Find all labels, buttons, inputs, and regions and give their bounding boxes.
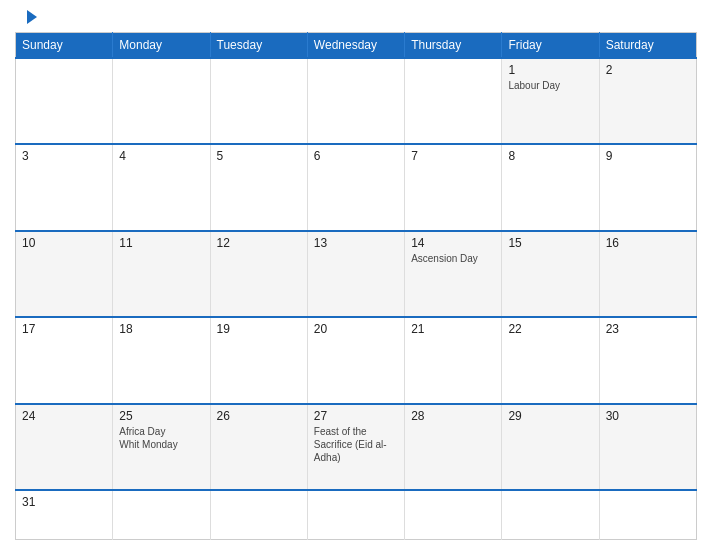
week-row-0: 1Labour Day2 <box>16 58 697 144</box>
day-number: 9 <box>606 149 690 163</box>
day-number: 14 <box>411 236 495 250</box>
calendar-cell: 13 <box>307 231 404 317</box>
day-number: 25 <box>119 409 203 423</box>
calendar-cell <box>502 490 599 539</box>
day-number: 23 <box>606 322 690 336</box>
calendar-cell <box>210 58 307 144</box>
holiday-label: Whit Monday <box>119 438 203 451</box>
day-number: 24 <box>22 409 106 423</box>
calendar-cell: 29 <box>502 404 599 490</box>
day-number: 7 <box>411 149 495 163</box>
calendar-cell: 18 <box>113 317 210 403</box>
header <box>15 10 697 24</box>
calendar-cell: 27Feast of the Sacrifice (Eid al-Adha) <box>307 404 404 490</box>
day-number: 11 <box>119 236 203 250</box>
calendar-table: SundayMondayTuesdayWednesdayThursdayFrid… <box>15 32 697 540</box>
calendar-cell: 21 <box>405 317 502 403</box>
calendar-cell <box>405 490 502 539</box>
week-row-1: 3456789 <box>16 144 697 230</box>
calendar-cell: 7 <box>405 144 502 230</box>
day-number: 21 <box>411 322 495 336</box>
day-number: 8 <box>508 149 592 163</box>
calendar-cell: 31 <box>16 490 113 539</box>
calendar-cell: 17 <box>16 317 113 403</box>
calendar-cell: 4 <box>113 144 210 230</box>
week-row-3: 17181920212223 <box>16 317 697 403</box>
calendar-cell: 26 <box>210 404 307 490</box>
day-number: 18 <box>119 322 203 336</box>
calendar-cell: 5 <box>210 144 307 230</box>
calendar-cell: 20 <box>307 317 404 403</box>
day-number: 15 <box>508 236 592 250</box>
day-number: 10 <box>22 236 106 250</box>
calendar-cell: 10 <box>16 231 113 317</box>
calendar-cell <box>113 58 210 144</box>
week-row-4: 2425Africa DayWhit Monday2627Feast of th… <box>16 404 697 490</box>
calendar-cell: 23 <box>599 317 696 403</box>
weekday-header-friday: Friday <box>502 33 599 59</box>
calendar-cell <box>210 490 307 539</box>
weekday-header-monday: Monday <box>113 33 210 59</box>
day-number: 27 <box>314 409 398 423</box>
day-number: 17 <box>22 322 106 336</box>
day-number: 4 <box>119 149 203 163</box>
calendar-page: SundayMondayTuesdayWednesdayThursdayFrid… <box>0 0 712 550</box>
calendar-cell: 1Labour Day <box>502 58 599 144</box>
calendar-cell: 28 <box>405 404 502 490</box>
day-number: 12 <box>217 236 301 250</box>
calendar-cell <box>405 58 502 144</box>
weekday-header-thursday: Thursday <box>405 33 502 59</box>
calendar-cell: 14Ascension Day <box>405 231 502 317</box>
calendar-cell: 30 <box>599 404 696 490</box>
holiday-label: Africa Day <box>119 425 203 438</box>
calendar-cell: 25Africa DayWhit Monday <box>113 404 210 490</box>
calendar-cell: 24 <box>16 404 113 490</box>
weekday-header-row: SundayMondayTuesdayWednesdayThursdayFrid… <box>16 33 697 59</box>
day-number: 26 <box>217 409 301 423</box>
calendar-cell <box>113 490 210 539</box>
day-number: 1 <box>508 63 592 77</box>
calendar-cell: 8 <box>502 144 599 230</box>
day-number: 19 <box>217 322 301 336</box>
calendar-cell <box>16 58 113 144</box>
calendar-cell: 22 <box>502 317 599 403</box>
holiday-label: Feast of the Sacrifice (Eid al-Adha) <box>314 425 398 464</box>
calendar-cell: 19 <box>210 317 307 403</box>
logo-flag-icon <box>17 10 37 24</box>
calendar-cell: 12 <box>210 231 307 317</box>
calendar-cell: 16 <box>599 231 696 317</box>
calendar-cell: 6 <box>307 144 404 230</box>
calendar-cell <box>307 58 404 144</box>
logo <box>15 10 37 24</box>
holiday-label: Labour Day <box>508 79 592 92</box>
day-number: 13 <box>314 236 398 250</box>
day-number: 16 <box>606 236 690 250</box>
day-number: 6 <box>314 149 398 163</box>
calendar-cell: 3 <box>16 144 113 230</box>
calendar-cell: 11 <box>113 231 210 317</box>
calendar-cell: 9 <box>599 144 696 230</box>
day-number: 22 <box>508 322 592 336</box>
week-row-5: 31 <box>16 490 697 539</box>
calendar-cell <box>599 490 696 539</box>
day-number: 3 <box>22 149 106 163</box>
weekday-header-saturday: Saturday <box>599 33 696 59</box>
day-number: 31 <box>22 495 106 509</box>
svg-marker-0 <box>27 10 37 24</box>
weekday-header-wednesday: Wednesday <box>307 33 404 59</box>
day-number: 29 <box>508 409 592 423</box>
day-number: 30 <box>606 409 690 423</box>
calendar-cell: 15 <box>502 231 599 317</box>
calendar-cell: 2 <box>599 58 696 144</box>
day-number: 20 <box>314 322 398 336</box>
holiday-label: Ascension Day <box>411 252 495 265</box>
day-number: 28 <box>411 409 495 423</box>
week-row-2: 1011121314Ascension Day1516 <box>16 231 697 317</box>
weekday-header-sunday: Sunday <box>16 33 113 59</box>
calendar-cell <box>307 490 404 539</box>
day-number: 5 <box>217 149 301 163</box>
weekday-header-tuesday: Tuesday <box>210 33 307 59</box>
day-number: 2 <box>606 63 690 77</box>
